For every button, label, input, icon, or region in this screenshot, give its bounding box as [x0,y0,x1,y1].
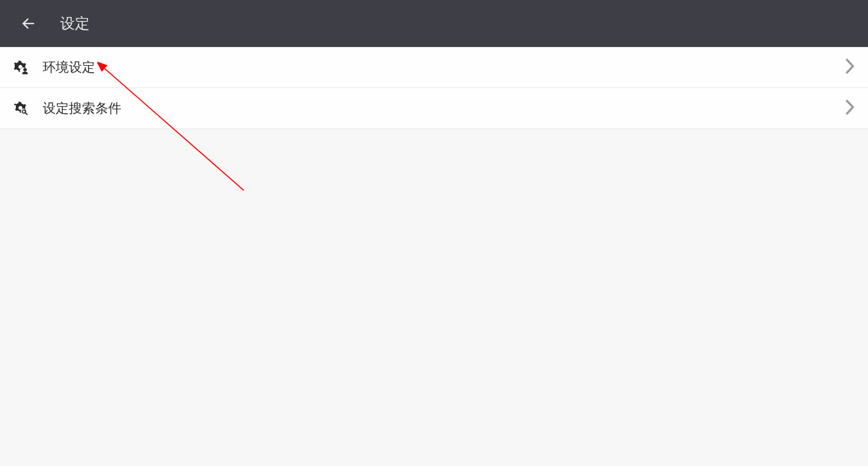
item-label: 设定搜索条件 [43,100,845,117]
app-header: 设定 [0,0,868,47]
svg-point-1 [24,68,27,71]
gear-search-icon [11,98,31,118]
settings-item-search-conditions[interactable]: 设定搜索条件 [0,88,868,129]
chevron-right-icon [845,100,855,117]
arrow-left-icon [21,16,36,31]
item-label: 环境设定 [43,59,845,76]
page-title: 设定 [60,14,90,33]
gear-user-icon [11,57,31,77]
chevron-right-icon [845,59,855,76]
back-button[interactable] [20,15,37,32]
settings-item-environment[interactable]: 环境设定 [0,47,868,88]
